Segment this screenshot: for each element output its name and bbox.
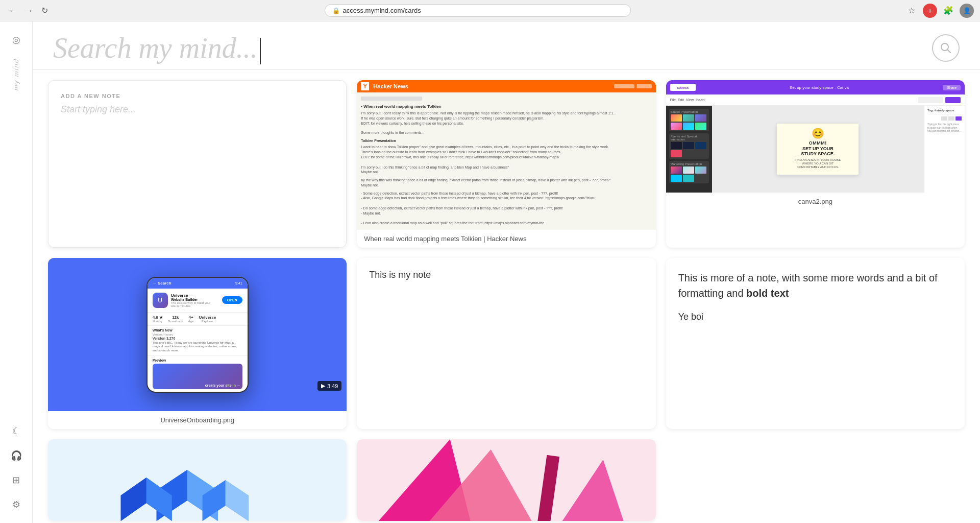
extension-red-button[interactable]: + [923, 4, 937, 18]
blue-abstract-preview [48, 439, 347, 521]
universe-preview: ← Search 9:41 U Universe — [48, 258, 347, 411]
canva-preview: canva Set up your study space - Canva Sh… [666, 80, 965, 193]
refresh-button[interactable]: ↻ [39, 5, 51, 16]
universe-card-label: UniverseOnboarding.png [48, 411, 347, 429]
search-title[interactable]: Search my mind... [53, 32, 922, 64]
svg-marker-14 [562, 460, 624, 521]
headphone-icon: 🎧 [11, 450, 22, 461]
url-text: access.mymind.com/cards [343, 7, 421, 14]
svg-marker-6 [121, 478, 146, 521]
search-icon [940, 42, 951, 54]
browser-actions: ☆ + 🧩 👤 [904, 4, 974, 18]
back-button[interactable]: ← [6, 5, 19, 16]
main-content: Search my mind... ADD A NEW NOTE Start t… [33, 21, 980, 523]
long-note-text: This is more of a note, with some more w… [678, 270, 952, 301]
moon-icon: ☾ [12, 425, 20, 437]
text-cursor [260, 38, 261, 64]
simple-note-card[interactable]: This is my note [357, 258, 655, 429]
note-sub-text: Ye boi [678, 310, 952, 324]
svg-line-1 [947, 50, 950, 53]
browser-nav: ← → ↻ [6, 5, 51, 16]
grid-icon: ⊞ [12, 474, 20, 486]
canva-card[interactable]: canva Set up your study space - Canva Sh… [666, 80, 965, 248]
puzzle-icon-button[interactable]: 🧩 [941, 4, 955, 18]
blue-shapes-svg [48, 439, 347, 521]
hn-site-name: Hacker News [373, 83, 408, 89]
hn-preview: Y Hacker News • When real world map [357, 80, 655, 230]
search-button[interactable] [932, 34, 960, 62]
simple-note-text: This is my note [369, 268, 643, 282]
search-placeholder-text: Search my mind... [53, 32, 258, 64]
hn-title-text: When real world mapping meets Tolkien | … [364, 235, 526, 243]
settings-icon: ⚙ [12, 499, 20, 510]
settings-button[interactable]: ⚙ [6, 494, 27, 515]
profile-icon: ◎ [12, 34, 20, 45]
hn-card-label: When real world mapping meets Tolkien | … [357, 230, 655, 248]
add-note-label: ADD A NEW NOTE [61, 93, 334, 99]
video-duration-badge: ▶ 3:49 [317, 381, 341, 391]
bottom-pink-card[interactable] [357, 439, 655, 521]
address-bar[interactable]: 🔒 access.mymind.com/cards [325, 4, 631, 17]
hn-content: • When real world mapping meets Tolkien … [357, 92, 655, 230]
avatar[interactable]: 👤 [960, 4, 974, 18]
svg-rect-13 [537, 455, 559, 521]
bookmark-button[interactable]: ☆ [904, 4, 919, 18]
browser-chrome: ← → ↻ 🔒 access.mymind.com/cards ☆ + 🧩 👤 [0, 0, 980, 21]
my-mind-label: my mind [12, 58, 20, 90]
add-note-card[interactable]: ADD A NEW NOTE Start typing here... [48, 80, 347, 248]
lock-icon: 🔒 [332, 7, 340, 14]
note-text-before-bold: This is more of a note, with some more w… [678, 272, 938, 299]
long-note-card[interactable]: This is more of a note, with some more w… [666, 258, 965, 429]
profile-button[interactable]: ◎ [6, 30, 27, 50]
pink-abstract-preview [357, 439, 655, 521]
video-duration-text: 3:49 [327, 383, 338, 389]
hn-header: Y Hacker News [357, 80, 655, 92]
svg-marker-10 [226, 480, 249, 521]
grid-button[interactable]: ⊞ [6, 470, 27, 490]
search-header[interactable]: Search my mind... [33, 21, 980, 70]
sidebar: ◎ my mind ☾ 🎧 ⊞ ⚙ [0, 21, 33, 523]
hn-logo: Y [361, 82, 369, 90]
hn-card[interactable]: Y Hacker News • When real world map [357, 80, 655, 248]
address-bar-wrapper: 🔒 access.mymind.com/cards [56, 4, 899, 17]
add-note-input[interactable]: Start typing here... [61, 104, 334, 115]
canva-card-label: canva2.png [666, 193, 965, 210]
moon-button[interactable]: ☾ [6, 421, 27, 441]
cards-grid: ADD A NEW NOTE Start typing here... Y Ha… [48, 80, 965, 521]
app-container: ◎ my mind ☾ 🎧 ⊞ ⚙ Search my mind... [0, 21, 980, 523]
forward-button[interactable]: → [22, 5, 36, 16]
pink-shapes-svg [357, 439, 655, 521]
universe-card[interactable]: ← Search 9:41 U Universe — [48, 258, 347, 429]
headphone-button[interactable]: 🎧 [6, 445, 27, 466]
note-bold-text: bold text [746, 288, 789, 299]
bottom-blue-card[interactable] [48, 439, 347, 521]
cards-container[interactable]: ADD A NEW NOTE Start typing here... Y Ha… [33, 70, 980, 523]
